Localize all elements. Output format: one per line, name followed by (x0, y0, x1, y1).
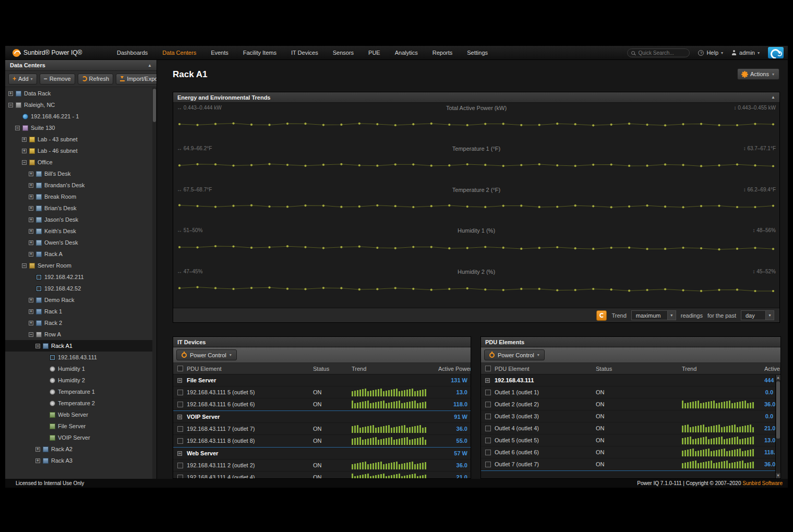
tree-item-file-server[interactable]: File Server (5, 420, 152, 432)
collapse-panel-icon[interactable]: ▲ (148, 63, 152, 68)
tree-item-192-168-46-221-1[interactable]: 192.168.46.221 - 1 (5, 111, 152, 122)
row-checkbox[interactable] (485, 450, 491, 455)
table-row[interactable]: 192.168.43.111 7 (outlet 7)ON36.0 (173, 423, 471, 435)
expand-toggle-icon[interactable]: + (29, 298, 33, 303)
row-checkbox[interactable] (485, 390, 491, 395)
table-row[interactable]: 192.168.43.111 8 (outlet 8)ON55.0 (173, 435, 471, 447)
expand-toggle-icon[interactable]: + (29, 321, 33, 325)
tree-item-rack-2[interactable]: +Rack 2 (5, 317, 152, 329)
collapse-toggle-icon[interactable]: − (22, 160, 27, 165)
select-all-checkbox[interactable] (177, 366, 183, 371)
nav-item-events[interactable]: Events (211, 50, 229, 56)
expand-toggle-icon[interactable]: + (35, 458, 40, 463)
nav-item-settings[interactable]: Settings (467, 50, 488, 56)
expand-toggle-icon[interactable]: + (29, 240, 33, 245)
tree-item-humidity-2[interactable]: Humidity 2 (5, 374, 152, 386)
tree-item-keith-s-desk[interactable]: +Keith's Desk (5, 225, 152, 237)
tree-item-suite-130[interactable]: −Suite 130 (5, 122, 152, 134)
expand-toggle-icon[interactable]: + (29, 195, 33, 199)
tree-item-brandan-s-desk[interactable]: +Brandan's Desk (5, 179, 152, 191)
row-checkbox[interactable] (177, 402, 183, 407)
scrollbar-thumb[interactable] (153, 89, 156, 122)
nav-item-pue[interactable]: PUE (368, 50, 380, 56)
collapse-toggle-icon[interactable]: − (485, 378, 490, 383)
tree-item-web-server[interactable]: Web Server (5, 409, 152, 420)
expand-toggle-icon[interactable]: + (8, 91, 13, 96)
tree-item-temperature-2[interactable]: Temperature 2 (5, 397, 152, 409)
group-header-row[interactable]: −File Server131 W (173, 374, 471, 386)
nav-item-sensors[interactable]: Sensors (333, 50, 354, 56)
tree-item-rack-a3[interactable]: +Rack A3 (5, 455, 152, 466)
tree-item-row-a[interactable]: −Row A (5, 329, 152, 340)
scroll-up-icon[interactable]: ▲ (776, 375, 780, 380)
expand-toggle-icon[interactable]: + (29, 217, 33, 222)
row-checkbox[interactable] (177, 463, 183, 468)
sidebar-button-add[interactable]: Add▾ (8, 74, 37, 84)
tree-item-192-168-42-211[interactable]: 192.168.42.211 (5, 271, 152, 283)
row-checkbox[interactable] (177, 390, 183, 395)
row-checkbox[interactable] (177, 475, 183, 479)
collapse-toggle-icon[interactable]: − (35, 344, 40, 348)
tree-item-lab-43-subnet[interactable]: +Lab - 43 subnet (5, 134, 152, 145)
power-control-button[interactable]: Power Control ▾ (484, 349, 545, 360)
brand-link[interactable]: Sunbird Software (742, 480, 783, 486)
sidebar-scrollbar[interactable] (152, 88, 157, 479)
table-row[interactable]: Outlet 2 (outlet 2)ON36.0 (481, 398, 780, 410)
pdu-scrollbar[interactable]: ▲ ▼ (775, 375, 780, 478)
table-row[interactable]: Outlet 6 (outlet 6)ON118.0 (481, 446, 780, 458)
table-row[interactable]: Outlet 7 (outlet 7)ON36.0 (481, 458, 780, 470)
nav-item-reports[interactable]: Reports (432, 50, 453, 56)
time-range-select[interactable]: day ▾ (741, 310, 774, 320)
row-checkbox[interactable] (485, 438, 491, 443)
row-checkbox[interactable] (485, 462, 491, 467)
table-row[interactable]: 192.168.43.111 4 (outlet 4)ON21.0 (173, 471, 471, 479)
expand-toggle-icon[interactable]: + (29, 172, 33, 176)
help-menu[interactable]: ? Help ▾ (698, 50, 723, 56)
collapse-toggle-icon[interactable]: − (15, 126, 20, 130)
select-all-checkbox[interactable] (485, 366, 491, 371)
table-row[interactable]: Outlet 3 (outlet 3)ON0.0 (481, 410, 780, 422)
collapse-toggle-icon[interactable]: − (8, 103, 13, 107)
group-header-row[interactable]: −Web Server57 W (173, 448, 471, 460)
collapse-toggle-icon[interactable]: − (22, 263, 27, 268)
table-row[interactable]: 192.168.43.111 5 (outlet 5)ON13.0 (173, 386, 471, 398)
tree-item-brian-s-desk[interactable]: +Brian's Desk (5, 202, 152, 214)
nav-item-dashboards[interactable]: Dashboards (117, 50, 148, 56)
collapse-toggle-icon[interactable]: − (177, 378, 182, 383)
group-header-row[interactable]: −192.168.43.111444 W (481, 374, 780, 386)
tree-item-raleigh-nc[interactable]: −Raleigh, NC (5, 99, 152, 111)
group-header-row[interactable]: −VOIP Server91 W (173, 411, 471, 423)
user-menu[interactable]: admin ▾ (731, 50, 760, 56)
scrollbar-thumb[interactable] (776, 381, 780, 439)
table-row[interactable]: Outlet 5 (outlet 5)ON13.0 (481, 434, 780, 446)
expand-toggle-icon[interactable]: + (35, 447, 40, 452)
row-checkbox[interactable] (485, 402, 491, 407)
tree-item-data-rack[interactable]: +Data Rack (5, 88, 152, 99)
nav-item-it-devices[interactable]: IT Devices (291, 50, 318, 56)
sidebar-button-remove[interactable]: Remove (40, 74, 75, 84)
tree-item-break-room[interactable]: +Break Room (5, 191, 152, 202)
power-control-button[interactable]: Power Control ▾ (176, 349, 237, 360)
table-row[interactable]: 192.168.43.111 2 (outlet 2)ON36.0 (173, 460, 471, 471)
sidebar-button-refresh[interactable]: Refresh (78, 74, 114, 84)
expand-toggle-icon[interactable]: + (29, 206, 33, 211)
tree-item-bill-s-desk[interactable]: +Bill's Desk (5, 168, 152, 179)
refresh-button[interactable] (596, 310, 607, 321)
tree-item-192-168-42-52[interactable]: 192.168.42.52 (5, 283, 152, 294)
trend-type-select[interactable]: maximum ▾ (631, 310, 676, 320)
expand-toggle-icon[interactable]: + (29, 309, 33, 314)
expand-toggle-icon[interactable]: + (29, 183, 33, 188)
table-row[interactable]: 192.168.43.111 6 (outlet 6)ON118.0 (173, 398, 471, 410)
table-row[interactable]: Outlet 1 (outlet 1)ON0.0 (481, 386, 780, 398)
search-input[interactable] (637, 50, 684, 56)
sidebar-button-import-export[interactable]: Import/Export (116, 74, 157, 84)
collapse-panel-icon[interactable]: ▲ (771, 95, 775, 100)
row-checkbox[interactable] (485, 414, 491, 419)
expand-toggle-icon[interactable]: + (29, 252, 33, 257)
tree-item-rack-a2[interactable]: +Rack A2 (5, 443, 152, 455)
tree-item-office[interactable]: −Office (5, 156, 152, 168)
tree-item-demo-rack[interactable]: +Demo Rack (5, 294, 152, 306)
row-checkbox[interactable] (177, 426, 183, 432)
tree-item-server-room[interactable]: −Server Room (5, 260, 152, 271)
collapse-toggle-icon[interactable]: − (29, 332, 33, 337)
